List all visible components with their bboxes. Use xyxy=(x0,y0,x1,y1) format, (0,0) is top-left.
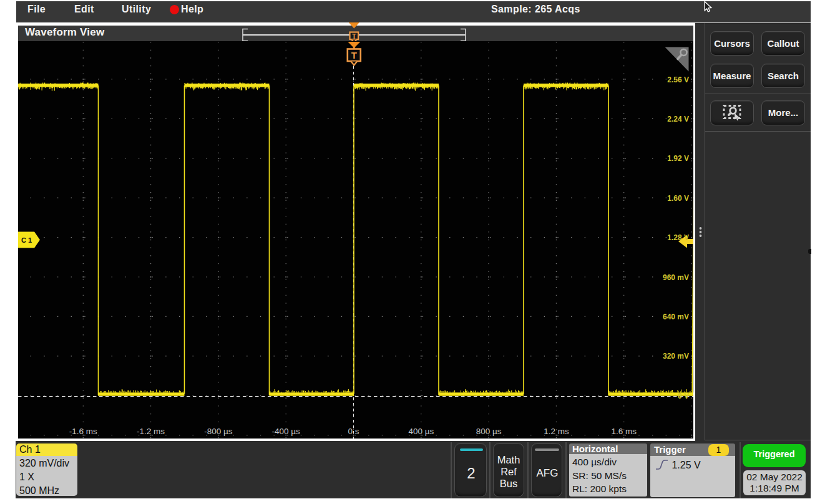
svg-text:1.6 ms: 1.6 ms xyxy=(611,427,637,436)
svg-text:C 1: C 1 xyxy=(21,236,32,244)
svg-text:1.60 V: 1.60 V xyxy=(667,194,689,203)
svg-text:2.24 V: 2.24 V xyxy=(667,115,689,124)
svg-text:0 V: 0 V xyxy=(678,392,689,400)
svg-text:T: T xyxy=(352,32,356,40)
svg-text:640 mV: 640 mV xyxy=(663,313,689,321)
svg-text:1.28 V: 1.28 V xyxy=(667,233,689,242)
svg-text:1.92 V: 1.92 V xyxy=(667,154,689,163)
svg-text:-800 µs: -800 µs xyxy=(204,427,233,436)
svg-text:1.2 ms: 1.2 ms xyxy=(544,427,569,436)
svg-text:2.56 V: 2.56 V xyxy=(667,75,689,84)
svg-text:-1.2 ms: -1.2 ms xyxy=(137,427,165,436)
svg-text:960 mV: 960 mV xyxy=(663,273,689,282)
svg-text:-400 µs: -400 µs xyxy=(272,427,301,436)
svg-text:320 mV: 320 mV xyxy=(663,352,689,361)
svg-text:T: T xyxy=(351,50,357,61)
svg-text:400 µs: 400 µs xyxy=(408,427,434,436)
svg-text:0 s: 0 s xyxy=(348,427,359,436)
svg-text:-1.6 ms: -1.6 ms xyxy=(69,427,97,436)
svg-text:800 µs: 800 µs xyxy=(476,427,502,436)
